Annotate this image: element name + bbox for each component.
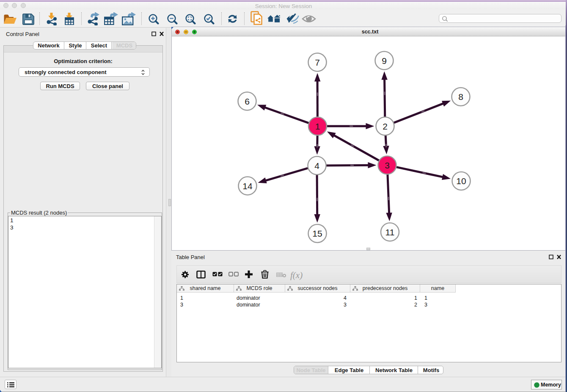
svg-text:14: 14 [242, 181, 253, 191]
svg-text:2: 2 [383, 121, 388, 131]
svg-text:6: 6 [245, 97, 250, 106]
svg-text:11: 11 [385, 227, 395, 237]
svg-text:9: 9 [382, 56, 387, 66]
svg-text:15: 15 [312, 229, 322, 238]
svg-text:10: 10 [456, 176, 466, 186]
svg-text:1: 1 [315, 121, 320, 131]
svg-text:3: 3 [385, 160, 390, 170]
svg-text:7: 7 [315, 58, 320, 67]
svg-text:4: 4 [314, 161, 319, 171]
svg-text:8: 8 [458, 92, 463, 102]
